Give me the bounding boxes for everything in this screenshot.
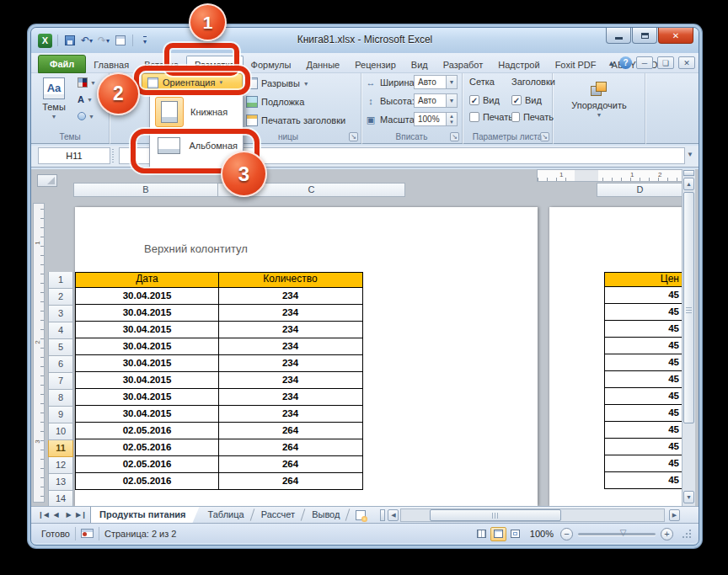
breaks-button[interactable]: Разрывы ▼ (244, 75, 312, 92)
theme-fonts-button[interactable]: А▼ (75, 92, 99, 107)
date-cell[interactable]: 30.04.2015 (76, 389, 219, 405)
select-all-button[interactable] (37, 174, 57, 187)
column-header-d[interactable]: D (597, 183, 683, 197)
column-header-b[interactable]: B (73, 183, 218, 197)
price-cell[interactable]: 45 (605, 388, 683, 405)
row-header[interactable]: 13 (48, 474, 73, 491)
sheet-tab[interactable]: Таблица (200, 507, 253, 523)
price-cell[interactable]: 45 (605, 304, 683, 321)
dialog-launcher-icon[interactable]: ↘ (540, 132, 549, 141)
row-header[interactable]: 9 (48, 407, 73, 423)
print-titles-button[interactable]: Печатать заголовки (244, 112, 348, 129)
workbook-minimize-button[interactable]: ─ (636, 56, 653, 69)
date-cell[interactable]: 02.05.2016 (76, 456, 219, 472)
quantity-cell[interactable]: 264 (219, 439, 361, 455)
row-header[interactable]: 5 (48, 339, 73, 356)
help-icon[interactable]: ? (619, 56, 632, 69)
close-button[interactable]: ✕ (658, 28, 693, 44)
zoom-slider[interactable]: ▽ (578, 533, 656, 535)
minimize-button[interactable] (606, 28, 631, 44)
resize-grip-icon[interactable] (682, 529, 692, 539)
ribbon-tab[interactable]: Foxit PDF (548, 56, 604, 73)
ribbon-tab[interactable]: Вид (404, 56, 436, 73)
price-cell[interactable]: 45 (605, 439, 683, 455)
quantity-cell[interactable]: 234 (219, 288, 361, 304)
price-cell[interactable]: 45 (605, 321, 683, 338)
name-box[interactable]: H11 (38, 147, 110, 164)
date-cell[interactable]: 30.04.2015 (76, 372, 219, 388)
table-header-row[interactable]: Дата Количество (76, 273, 362, 287)
headings-print-checkbox[interactable]: Печать (511, 109, 554, 125)
row-header[interactable]: 6 (48, 356, 73, 373)
normal-view-button[interactable] (474, 527, 490, 541)
horizontal-scroll-thumb[interactable] (430, 509, 561, 521)
scale-spinner[interactable]: 100%▲▼ (414, 112, 458, 126)
table-row[interactable]: 30.04.2015 234 (76, 304, 362, 321)
row-header[interactable]: 8 (48, 390, 73, 407)
date-cell[interactable]: 30.04.2015 (76, 322, 219, 338)
quantity-cell[interactable]: 234 (219, 322, 361, 338)
right-header-cell[interactable]: Цен (605, 273, 683, 287)
dialog-launcher-icon[interactable]: ↘ (349, 132, 358, 141)
header-cell-date[interactable]: Дата (76, 273, 219, 287)
tab-splitter-handle[interactable] (380, 509, 385, 521)
date-cell[interactable]: 30.04.2015 (76, 406, 219, 422)
ribbon-tab[interactable]: Рецензир (347, 56, 404, 73)
maximize-button[interactable] (632, 28, 657, 44)
row-header[interactable]: 12 (48, 457, 73, 474)
date-cell[interactable]: 30.04.2015 (76, 305, 219, 321)
row-header[interactable]: 4 (48, 322, 73, 339)
quantity-cell[interactable]: 234 (219, 338, 361, 354)
themes-button[interactable]: Aa Темы▼ (36, 75, 72, 130)
height-combobox[interactable]: Авто▼ (414, 93, 458, 108)
theme-colors-button[interactable]: ▼ (75, 75, 99, 90)
price-cell[interactable]: 45 (605, 472, 683, 489)
table-row[interactable]: 30.04.2015 234 (76, 405, 362, 422)
expand-formula-bar-icon[interactable]: ▼ (687, 151, 693, 158)
quantity-cell[interactable]: 264 (219, 456, 361, 472)
table-row[interactable]: 02.05.2016 264 (76, 455, 362, 472)
date-cell[interactable]: 30.04.2015 (76, 355, 219, 371)
horizontal-scrollbar[interactable] (400, 508, 665, 522)
row-header[interactable]: 10 (48, 423, 73, 440)
price-cell[interactable]: 45 (605, 287, 683, 304)
quantity-cell[interactable]: 264 (219, 423, 361, 439)
table-row[interactable]: 30.04.2015 234 (76, 338, 362, 354)
workbook-restore-button[interactable]: ❏ (657, 56, 674, 69)
date-cell[interactable]: 02.05.2016 (76, 439, 219, 455)
price-cell[interactable]: 45 (605, 405, 683, 422)
ribbon-tab[interactable]: Разработ (436, 56, 490, 73)
gridlines-print-checkbox[interactable]: Печать (469, 109, 513, 125)
sheet-tab[interactable]: Продукты питания (90, 507, 200, 523)
table-row[interactable]: 02.05.2016 264 (76, 439, 362, 455)
zoom-in-button[interactable]: + (661, 528, 673, 540)
ribbon-tab[interactable]: Надстрой (490, 56, 547, 73)
collapse-ribbon-icon[interactable]: ▲ (608, 59, 615, 67)
menu-item-portrait[interactable]: Книжная (152, 95, 241, 129)
last-sheet-button[interactable]: ▶❙ (76, 509, 87, 521)
arrange-button[interactable]: Упорядочить▼ (569, 75, 629, 130)
spinner-arrows-icon[interactable]: ▲▼ (446, 113, 457, 125)
table-row[interactable]: 30.04.2015 234 (76, 388, 362, 405)
header-cell-quantity[interactable]: Количество (219, 273, 361, 287)
date-cell[interactable]: 02.05.2016 (76, 473, 219, 489)
row-header[interactable]: 1 (48, 272, 73, 289)
quantity-cell[interactable]: 234 (219, 389, 361, 405)
chevron-down-icon[interactable]: ▼ (446, 94, 457, 107)
workbook-close-button[interactable]: ✕ (678, 56, 695, 69)
zoom-level[interactable]: 100% (530, 529, 554, 539)
sheet-tab[interactable]: Вывод (303, 507, 348, 523)
ribbon-tab[interactable]: Данные (298, 56, 347, 73)
price-cell[interactable]: 45 (605, 354, 683, 371)
gridlines-view-checkbox[interactable]: ✓Вид (469, 92, 513, 109)
table-row[interactable]: 30.04.2015 234 (76, 321, 362, 338)
next-sheet-button[interactable]: ▶ (63, 509, 74, 521)
table-row[interactable]: 30.04.2015 234 (76, 287, 362, 304)
row-header[interactable]: 11 (48, 440, 73, 457)
vertical-scroll-thumb[interactable] (683, 192, 694, 423)
table-row[interactable]: 02.05.2016 264 (76, 422, 362, 439)
header-placeholder[interactable]: Верхний колонтитул (144, 242, 248, 255)
headings-view-checkbox[interactable]: ✓Вид (511, 92, 554, 109)
vertical-scrollbar[interactable]: ▲ ▼ (682, 169, 695, 506)
row-header[interactable]: 14 (48, 491, 73, 506)
